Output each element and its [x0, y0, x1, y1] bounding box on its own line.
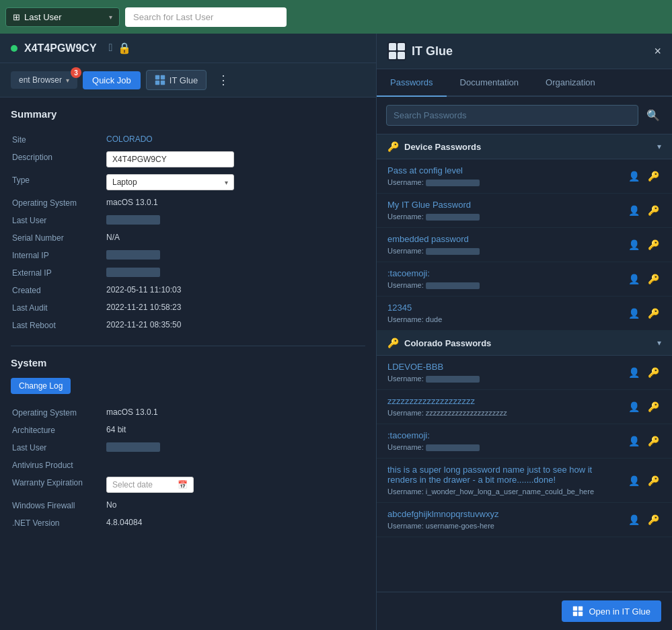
itglue-button[interactable]: IT Glue [146, 70, 207, 90]
changelog-button[interactable]: Change Log [11, 378, 71, 394]
colorado-group-chevron: ▾ [657, 338, 661, 348]
pwd-info-abc: abcdefghijklmnopqrstuvwxyz Username: use… [387, 509, 621, 530]
pwd-key-btn-9[interactable]: 🔑 [646, 512, 661, 527]
browser-button[interactable]: ent Browser ▾ [11, 71, 77, 89]
drawer-logo-text: IT Glue [412, 44, 453, 58]
pwd-key-btn-0[interactable]: 🔑 [646, 169, 661, 184]
pwd-key-btn-5[interactable]: 🔑 [646, 365, 661, 380]
device-group-chevron: ▾ [657, 142, 661, 151]
pwd-username-redacted [426, 180, 480, 186]
quick-job-button[interactable]: Quick Job [83, 71, 141, 89]
summary-site-value[interactable]: COLORADO [106, 134, 153, 144]
browser-chevron: ▾ [66, 77, 69, 84]
password-search-input[interactable] [386, 105, 638, 126]
pwd-item-zzz: zzzzzzzzzzzzzzzzzzzz Username: zzzzzzzzz… [377, 390, 672, 424]
summary-externalip-row: External IP [12, 264, 364, 281]
tab-organization[interactable]: Organization [532, 69, 609, 97]
pwd-username-embedded: Username: [387, 247, 480, 255]
system-dotnet-row: .NET Version 4.8.04084 [12, 514, 364, 531]
pwd-name-superlong[interactable]: this is a super long password name just … [387, 465, 621, 485]
pwd-key-btn-1[interactable]: 🔑 [646, 203, 661, 218]
pwd-user-btn-9[interactable]: 👤 [626, 512, 642, 527]
tab-passwords[interactable]: Passwords [377, 69, 447, 97]
pwd-actions-embedded: 👤 🔑 [626, 237, 661, 252]
svg-rect-7 [389, 52, 396, 59]
password-list: 🔑 Device Passwords ▾ Pass at config leve… [377, 134, 672, 592]
pwd-key-btn-7[interactable]: 🔑 [646, 434, 661, 448]
pwd-username-taco2: Username: [387, 443, 480, 451]
top-search-input[interactable] [125, 7, 287, 27]
pwd-user-btn-7[interactable]: 👤 [626, 434, 642, 448]
drawer-tabs: Passwords Documentation Organization [377, 69, 672, 97]
more-button[interactable]: ⋮ [212, 70, 235, 90]
pwd-name-embedded[interactable]: embedded password [387, 234, 621, 244]
summary-section: Summary Site COLORADO Description Type L… [0, 97, 376, 346]
drawer-close-button[interactable]: × [654, 44, 661, 58]
pwd-name-ldevoe[interactable]: LDEVOE-BBB [387, 362, 621, 372]
summary-lastuser-row: Last User [12, 211, 364, 229]
pwd-user-btn-1[interactable]: 👤 [626, 203, 642, 218]
system-av-row: Antivirus Product [12, 456, 364, 473]
pwd-name-zzz[interactable]: zzzzzzzzzzzzzzzzzzzz [387, 396, 621, 406]
system-warranty-date[interactable]: Select date 📅 [106, 477, 194, 493]
system-lastuser-row: Last User [12, 438, 364, 456]
top-bar: ⊞ Last User ▾ [0, 0, 672, 34]
pwd-key-btn-4[interactable]: 🔑 [646, 306, 661, 321]
pwd-name-taco1[interactable]: :tacoemoji: [387, 268, 621, 278]
pwd-actions-12345: 👤 🔑 [626, 306, 661, 321]
pwd-user-btn-0[interactable]: 👤 [626, 169, 642, 184]
open-itglue-button[interactable]: Open in IT Glue [562, 600, 661, 622]
pwd-username-pass-config: Username: [387, 178, 480, 186]
pwd-info-12345: 12345 Username: dude [387, 303, 621, 324]
device-icons:  🔒 [109, 42, 132, 54]
pwd-item-abc: abcdefghijklmnopqrstuvwxyz Username: use… [377, 503, 672, 537]
pwd-name-taco2[interactable]: :tacoemoji: [387, 430, 621, 440]
summary-os-label: Operating System [12, 197, 106, 208]
system-warranty-row: Warranty Expiration Select date 📅 [12, 473, 364, 496]
pwd-user-btn-2[interactable]: 👤 [626, 237, 642, 252]
svg-rect-3 [161, 81, 165, 85]
summary-internalip-row: Internal IP [12, 246, 364, 264]
pwd-actions-pass-config: 👤 🔑 [626, 169, 661, 184]
badge-container: ent Browser ▾ 3 [11, 71, 77, 89]
pwd-key-btn-6[interactable]: 🔑 [646, 399, 661, 414]
pwd-name-pass-config[interactable]: Pass at config level [387, 165, 621, 175]
device-selector[interactable]: ⊞ Last User ▾ [5, 7, 120, 27]
group-colorado-passwords[interactable]: 🔑 Colorado Passwords ▾ [377, 331, 672, 356]
summary-table: Site COLORADO Description Type Laptop ▾ [11, 129, 365, 335]
pwd-user-btn-3[interactable]: 👤 [626, 272, 642, 286]
device-icon: ⊞ [13, 12, 20, 22]
key-icon-device: 🔑 [387, 141, 399, 152]
pwd-username-superlong-val: i_wonder_how_long_a_user_name_could_be_h… [426, 487, 594, 496]
right-panel: IT Glue × Passwords Documentation Organi… [376, 34, 672, 630]
pwd-actions-taco1: 👤 🔑 [626, 272, 661, 286]
summary-desc-input[interactable] [106, 151, 234, 167]
pwd-key-btn-3[interactable]: 🔑 [646, 272, 661, 286]
group-colorado-title: 🔑 Colorado Passwords [387, 338, 491, 348]
summary-type-select[interactable]: Laptop ▾ [106, 174, 234, 190]
pwd-item-taco2: :tacoemoji: Username: 👤 🔑 [377, 424, 672, 459]
search-button[interactable]: 🔍 [644, 106, 663, 124]
svg-rect-5 [389, 43, 396, 50]
pwd-name-12345[interactable]: 12345 [387, 303, 621, 313]
pwd-user-btn-6[interactable]: 👤 [626, 399, 642, 414]
system-lastuser-label: Last User [12, 442, 106, 452]
svg-rect-1 [161, 75, 165, 79]
pwd-user-btn-5[interactable]: 👤 [626, 365, 642, 380]
pwd-info-pass-config: Pass at config level Username: [387, 165, 621, 187]
pwd-name-my-itglue[interactable]: My IT Glue Password [387, 200, 621, 210]
pwd-actions-abc: 👤 🔑 [626, 512, 661, 527]
system-lastuser-value [106, 442, 160, 452]
notification-badge: 3 [71, 67, 81, 78]
group-device-passwords[interactable]: 🔑 Device Passwords ▾ [377, 134, 672, 159]
pwd-key-btn-8[interactable]: 🔑 [646, 473, 661, 488]
system-section: System Change Log Operating System macOS… [0, 346, 376, 543]
pwd-user-btn-8[interactable]: 👤 [626, 473, 642, 488]
pwd-info-taco2: :tacoemoji: Username: [387, 430, 621, 452]
pwd-name-abc[interactable]: abcdefghijklmnopqrstuvwxyz [387, 509, 621, 519]
pwd-user-btn-4[interactable]: 👤 [626, 306, 642, 321]
action-bar: ent Browser ▾ 3 Quick Job IT Glue ⋮ [0, 63, 376, 97]
system-av-label: Antivirus Product [12, 459, 106, 470]
pwd-key-btn-2[interactable]: 🔑 [646, 237, 661, 252]
tab-documentation[interactable]: Documentation [447, 69, 532, 97]
